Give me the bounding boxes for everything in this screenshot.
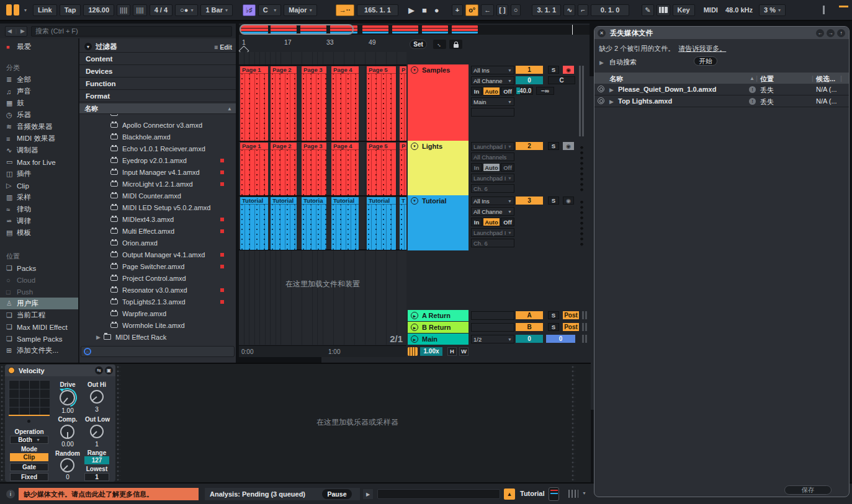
name-column-header[interactable]: 名称▲ (79, 104, 236, 114)
out-hi-knob[interactable] (90, 390, 104, 404)
hot-swap-icon[interactable] (598, 86, 604, 92)
key-signature-icon[interactable]: ♭♯ (243, 4, 256, 16)
return-track-b[interactable]: ▶B Return B S Post (408, 322, 590, 333)
sidebar-item-drums[interactable]: ▦鼓 (0, 97, 78, 109)
track-lane-tutorial[interactable]: Tutorial Tutorial Tutoria Tutorial Tutor… (239, 195, 406, 250)
panel-forward-icon[interactable]: → (827, 29, 835, 37)
track-number-badge[interactable]: 1 (516, 66, 543, 74)
filters-edit-button[interactable]: ≡Edit (214, 43, 232, 51)
filter-group-content[interactable]: Content▸ (79, 53, 236, 65)
fold-icon[interactable]: ▼ (411, 143, 418, 150)
sidebar-item-modulators[interactable]: ∿调制器 (0, 144, 78, 156)
clip[interactable]: Tutorial (271, 197, 297, 250)
midi-map-button[interactable]: MIDI (704, 6, 718, 14)
metronome-button[interactable]: ○●▾ (175, 4, 198, 16)
list-item[interactable]: MicroLight v1.2.1.amxd (79, 178, 236, 190)
random-knob[interactable] (60, 458, 74, 472)
clip[interactable]: Page 1 (240, 143, 268, 195)
solo-button[interactable]: S (548, 323, 559, 331)
solo-button[interactable]: S (548, 66, 559, 74)
sidebar-item-cloud[interactable]: ○Cloud (0, 274, 78, 286)
sidebar-item-max-for-live[interactable]: ▭Max for Live (0, 156, 78, 168)
list-item[interactable]: Wormhole Lite.amxd (79, 319, 236, 331)
draw-mode-button[interactable]: ✎ (642, 4, 653, 16)
expand-triangle-icon[interactable]: ▶ (609, 87, 614, 93)
clip[interactable]: P (400, 143, 406, 195)
mode-clip-button[interactable]: Clip (10, 453, 48, 461)
panel-back-icon[interactable]: ← (816, 29, 824, 37)
panel-detach-icon[interactable]: ↑ (837, 29, 845, 37)
device-drop-strip[interactable] (572, 365, 575, 480)
pause-button[interactable]: Pause (322, 489, 352, 499)
device-drop-strip[interactable] (117, 365, 120, 480)
sidebar-item-packs[interactable]: ❏Packs (0, 262, 78, 274)
track-lane-samples[interactable]: Page 1 Page 2 Page 3 Page 4 Page 5 P (239, 64, 406, 141)
info-icon[interactable]: i (6, 490, 15, 498)
expand-triangle-icon[interactable]: ▶ (609, 99, 614, 105)
punch-button[interactable]: [ ] (496, 4, 508, 16)
sidebar-item-favorites[interactable]: ■最爱 (0, 41, 78, 53)
stop-button[interactable]: ■ (422, 6, 427, 15)
logo-dropdown-caret[interactable]: ▾ (24, 7, 27, 13)
clip[interactable]: Page 3 (302, 66, 326, 141)
meter-caret-icon[interactable]: ▼ (582, 491, 586, 495)
sidebar-item-max-midi-effect[interactable]: ❏Max MIDI Effect (0, 321, 78, 333)
solo-button[interactable]: S (548, 197, 559, 205)
monitor-switch[interactable]: InAutoOff (471, 163, 514, 172)
clip[interactable]: Page 4 (331, 66, 359, 141)
output-channel-field[interactable]: Ch. 6 (471, 184, 514, 193)
clip[interactable]: Page 5 (367, 143, 396, 195)
clip[interactable]: Page 5 (367, 66, 396, 141)
resume-icon[interactable]: ▶ (363, 489, 373, 499)
follow-button[interactable]: →·· (336, 4, 354, 16)
tell-me-more-link[interactable]: 请告诉我更多。 (678, 45, 726, 52)
hot-swap-icon[interactable]: ⇆ (95, 366, 103, 374)
lowest-field[interactable]: 1 (84, 473, 109, 481)
sidebar-item-tunings[interactable]: ⋍调律 (0, 215, 78, 227)
arm-button[interactable]: ◉ (563, 197, 574, 205)
computer-midi-keyboard-button[interactable] (657, 4, 670, 16)
mode-gate-button[interactable]: Gate (10, 463, 48, 471)
filter-group-devices[interactable]: Devices▸ (79, 65, 236, 77)
list-item[interactable]: Eyedrop v2.0.1.amxd (79, 154, 236, 166)
close-icon[interactable]: ✕ (598, 29, 606, 37)
return-routing-field[interactable] (471, 311, 514, 320)
range-field[interactable]: 127 (84, 456, 109, 464)
search-input[interactable] (31, 26, 232, 37)
input-channel-menu[interactable]: All Channe▼ (471, 76, 514, 85)
table-header[interactable]: 名称 ▲ | 位置 | 候选... | (594, 73, 849, 84)
output-routing-menu[interactable]: Launchpad I▼ (471, 174, 514, 182)
key-root-menu[interactable]: C▾ (258, 4, 282, 16)
missing-file-row[interactable]: ▶ Top Lights.amxd ! 丢失 N/A (... (594, 95, 849, 107)
track-header-samples[interactable]: ▼Samples (408, 64, 469, 141)
input-channel-menu[interactable]: All Channels (471, 153, 514, 161)
arm-button[interactable]: ◉ (563, 142, 574, 150)
track-delay-field[interactable]: -40.0 (516, 87, 533, 95)
speed-field[interactable]: 1.00x (420, 347, 442, 356)
filter-collapse-icon[interactable]: ▼ (84, 43, 92, 50)
link-button[interactable]: Link (33, 4, 57, 16)
device-title-bar[interactable]: Velocity ⇆ ▣ (5, 365, 115, 376)
save-button[interactable]: 保存 (784, 485, 832, 495)
main-track[interactable]: ▶Main 1/2▼ 0 0 (408, 334, 590, 345)
operation-menu[interactable]: Both▼ (10, 436, 48, 444)
out-low-knob[interactable] (90, 425, 104, 438)
solo-button[interactable]: S (548, 311, 559, 319)
list-item[interactable]: Resonator v3.0.amxd (79, 284, 236, 296)
track-header-tutorial[interactable]: ▼Tutorial (408, 195, 469, 250)
nudge-up-button[interactable]: |||| (133, 4, 146, 16)
clip[interactable]: P (400, 66, 406, 141)
drive-knob[interactable] (60, 390, 75, 405)
monitor-switch[interactable]: InAutoOff (471, 87, 514, 95)
pan-field[interactable]: C (548, 76, 575, 84)
hot-swap-icon[interactable] (598, 97, 604, 104)
list-item[interactable]: Apollo Connector v3.amxd (79, 119, 236, 131)
clip[interactable]: Tutorial (240, 197, 268, 250)
random-value[interactable]: 0 (55, 474, 81, 480)
lock-envelopes-icon[interactable] (449, 40, 462, 49)
back-icon[interactable]: ◀ (7, 28, 12, 34)
new-button[interactable]: + (452, 4, 463, 16)
track-number-badge[interactable]: 3 (516, 197, 543, 205)
list-item[interactable]: MIDIext4.3.amxd (79, 213, 236, 225)
loop-length-field[interactable]: 0. 1. 0 (591, 4, 629, 16)
